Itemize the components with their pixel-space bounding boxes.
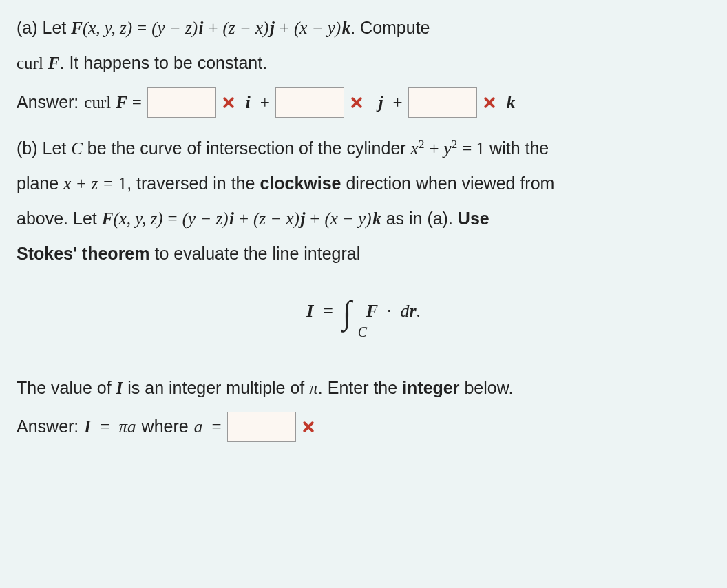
curl-j-input[interactable] [275,87,344,118]
part-b-line1: (b) Let C be the curve of intersection o… [17,134,710,162]
part-b-line5: The value of I is an integer multiple of… [17,374,710,402]
part-b-line3: above. Let F(x, y, z) = (y − z) i + (z −… [17,204,710,233]
curl-i-input[interactable] [147,87,216,118]
part-b-line2: plane x + z = 1, traversed in the clockw… [17,169,710,198]
incorrect-icon [483,96,496,109]
integer-a-input[interactable] [227,412,296,442]
part-a-answer-row: Answer: curl F = i + j + k [17,87,710,118]
part-b-line4: Stokes' theorem to evaluate the line int… [17,240,710,268]
part-a-line2: curl F. It happens to be constant. [17,49,710,77]
part-a-line1: (a) Let F(x, y, z) = (y − z) i + (z − x)… [17,14,710,42]
answer-label: Answer: [17,412,78,441]
answer-label: Answer: [17,88,78,116]
curl-k-input[interactable] [408,87,477,118]
part-b-answer-row: Answer: I = πa where a = [17,412,710,442]
incorrect-icon [222,96,235,109]
integral-equation: I = ∫C F · dr. [17,285,710,339]
incorrect-icon [350,96,364,109]
incorrect-icon [302,420,315,434]
